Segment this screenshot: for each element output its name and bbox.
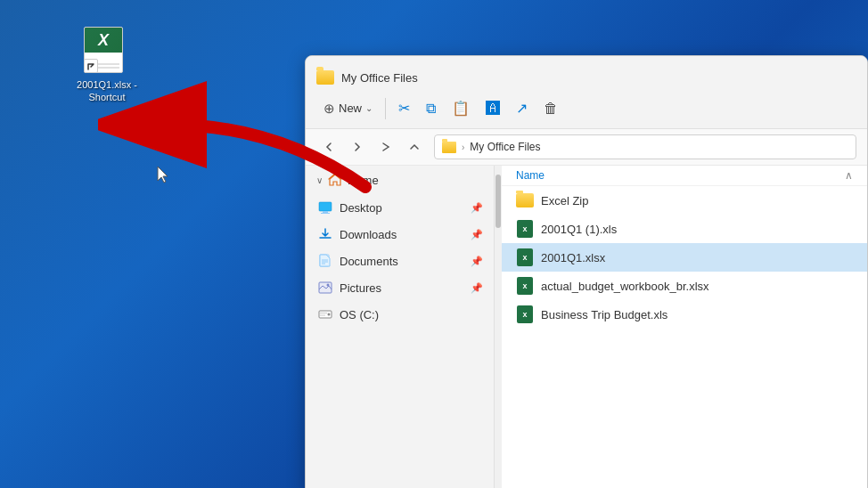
pin-icon-downloads: 📌 <box>471 229 483 240</box>
sidebar-item-osc[interactable]: OS (C:) <box>306 301 494 328</box>
drive-sidebar-icon <box>316 305 334 323</box>
recent-button[interactable] <box>373 134 398 159</box>
title-bar: My Office Files <box>306 56 867 92</box>
file-item-excel-zip[interactable]: Excel Zip <box>502 186 867 215</box>
share-button[interactable]: ↗ <box>509 95 535 121</box>
home-chevron-icon: ∨ <box>316 175 323 185</box>
address-path: My Office Files <box>470 141 540 153</box>
paste-icon: 📋 <box>452 100 470 117</box>
main-content: ∨ Home <box>306 166 867 488</box>
sidebar-item-desktop[interactable]: Desktop 📌 <box>306 194 494 221</box>
desktop-icon-excel-shortcut[interactable]: X 2001Q1.xlsx - Shortcut <box>71 27 143 104</box>
sidebar-item-documents[interactable]: Documents 📌 <box>306 248 494 274</box>
up-button[interactable] <box>402 134 427 159</box>
pin-icon-pictures: 📌 <box>471 282 483 294</box>
file-name-2001q1-1: 2001Q1 (1).xls <box>541 223 617 236</box>
pictures-sidebar-label: Pictures <box>340 281 381 295</box>
desktop-icon-label: 2001Q1.xlsx - Shortcut <box>71 78 143 104</box>
file-item-trip-budget[interactable]: x Business Trip Budget.xls <box>502 300 867 329</box>
scissors-icon: ✂ <box>398 100 410 117</box>
window-title: My Office Files <box>341 71 418 85</box>
explorer-window: My Office Files ⊕ New ⌄ ✂ ⧉ 📋 🅰 ↗ <box>305 55 868 488</box>
folder-icon <box>516 191 534 209</box>
nav-bar: › My Office Files <box>306 129 867 166</box>
copy-icon: ⧉ <box>426 101 436 117</box>
downloads-sidebar-label: Downloads <box>340 228 397 241</box>
file-item-2001q1-1[interactable]: x 2001Q1 (1).xls <box>502 215 867 243</box>
rename-button[interactable]: 🅰 <box>479 96 507 121</box>
share-icon: ↗ <box>516 100 528 117</box>
sidebar-scrollbar-thumb[interactable] <box>495 175 501 228</box>
sidebar-item-downloads[interactable]: Downloads 📌 <box>306 221 494 248</box>
address-chevron-icon: › <box>462 142 464 152</box>
pin-icon-documents: 📌 <box>471 256 483 267</box>
home-label: Home <box>348 174 379 187</box>
back-button[interactable] <box>316 134 341 159</box>
file-item-2001q1[interactable]: x 2001Q1.xlsx <box>502 243 867 272</box>
documents-sidebar-icon <box>316 252 334 270</box>
svg-rect-12 <box>320 313 327 313</box>
svg-rect-2 <box>323 211 328 213</box>
sidebar-home-section[interactable]: ∨ Home <box>306 166 494 194</box>
svg-rect-1 <box>319 202 332 211</box>
desktop-sidebar-label: Desktop <box>340 201 382 215</box>
rename-icon: 🅰 <box>486 101 500 117</box>
pin-icon-desktop: 📌 <box>471 202 483 214</box>
sidebar-scrollbar[interactable] <box>495 166 502 488</box>
pictures-sidebar-icon <box>316 279 334 297</box>
icon-image: X <box>84 27 130 73</box>
excel-icon-3: x <box>516 277 534 295</box>
new-label: New <box>339 102 362 115</box>
forward-button[interactable] <box>345 134 370 159</box>
sidebar: ∨ Home <box>306 166 495 488</box>
new-button[interactable]: ⊕ New ⌄ <box>316 96 380 121</box>
address-bar[interactable]: › My Office Files <box>434 134 856 159</box>
excel-icon-1: x <box>516 220 534 238</box>
paste-button[interactable]: 📋 <box>445 95 477 121</box>
osc-sidebar-label: OS (C:) <box>340 308 379 321</box>
sort-icon[interactable]: ∧ <box>845 169 853 182</box>
desktop: X 2001Q1.xlsx - Shortcut <box>0 0 868 488</box>
name-column-header[interactable]: Name <box>516 169 845 182</box>
svg-rect-3 <box>321 213 330 214</box>
file-list-header: Name ∧ <box>502 166 867 186</box>
desktop-sidebar-icon <box>316 199 334 216</box>
file-name-2001q1: 2001Q1.xlsx <box>541 251 605 264</box>
excel-icon-4: x <box>516 305 534 323</box>
excel-icon-2: x <box>516 248 534 266</box>
mouse-cursor <box>156 165 174 186</box>
toolbar: ⊕ New ⌄ ✂ ⧉ 📋 🅰 ↗ 🗑 <box>306 92 867 129</box>
new-chevron-icon: ⌄ <box>365 103 373 113</box>
title-folder-icon <box>316 70 334 85</box>
svg-rect-13 <box>320 315 325 316</box>
file-name-budget: actual_budget_workbook_br.xlsx <box>541 280 709 293</box>
cut-button[interactable]: ✂ <box>391 95 417 121</box>
trash-icon: 🗑 <box>544 101 558 117</box>
downloads-sidebar-icon <box>316 225 334 243</box>
documents-sidebar-label: Documents <box>340 255 398 268</box>
file-list: Name ∧ Excel Zip x 2001Q1 (1).xls <box>502 166 867 488</box>
file-item-budget[interactable]: x actual_budget_workbook_br.xlsx <box>502 272 867 300</box>
copy-button[interactable]: ⧉ <box>419 96 443 121</box>
svg-point-9 <box>327 284 330 287</box>
toolbar-separator-1 <box>385 98 386 119</box>
new-plus-icon: ⊕ <box>323 101 335 117</box>
file-name-trip-budget: Business Trip Budget.xls <box>541 308 667 321</box>
file-name-excel-zip: Excel Zip <box>541 194 588 207</box>
svg-point-11 <box>328 313 331 316</box>
delete-button[interactable]: 🗑 <box>536 96 565 121</box>
sidebar-item-pictures[interactable]: Pictures 📌 <box>306 274 494 301</box>
address-folder-icon <box>442 142 456 153</box>
home-icon <box>326 171 344 189</box>
